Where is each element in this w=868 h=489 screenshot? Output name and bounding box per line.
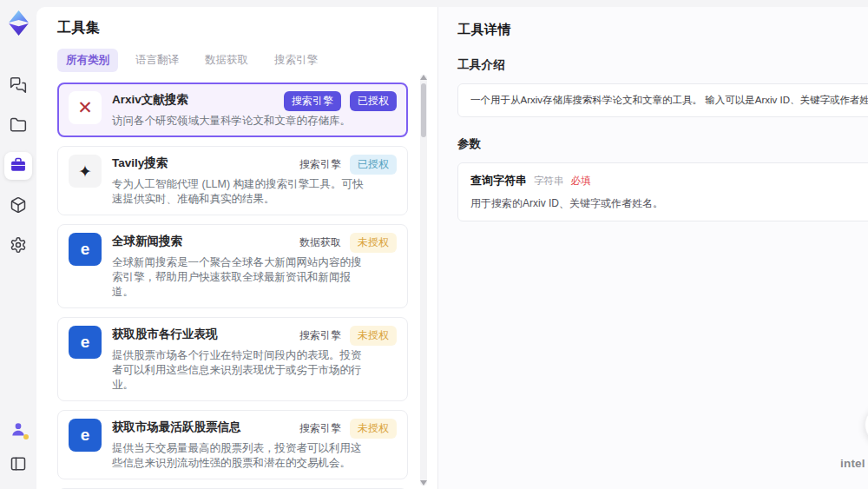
intel-logo-text: intel [840, 457, 865, 470]
tool-name: 全球新闻搜索 [112, 233, 182, 249]
tools-list-panel: 工具集 所有类别语言翻译数据获取搜索引擎 ✕ Arxiv文献搜索 搜索引擎 已授… [36, 7, 438, 489]
sidebar-item-packages[interactable] [4, 192, 32, 220]
app-logo [7, 10, 30, 36]
page-title: 工具集 [57, 19, 437, 37]
tool-card[interactable]: e 获取股市各行业表现 搜索引擎 未授权 提供股票市场各个行业在特定时间段内的表… [57, 317, 408, 401]
intel-core-logo: intelCORE Ultra [840, 456, 868, 479]
tool-name: 获取股市各行业表现 [112, 326, 218, 342]
tab-category-3[interactable]: 搜索引擎 [266, 49, 326, 72]
sidebar-nav [4, 72, 32, 260]
tool-card[interactable]: ✦ Tavily搜索 搜索引擎 已授权 专为人工智能代理 (LLM) 构建的搜索… [57, 146, 408, 215]
tool-card[interactable]: ✕ Arxiv文献搜索 搜索引擎 已授权 访问各个研究领域大量科学论文和文章的存… [57, 83, 408, 137]
sidebar-item-tools[interactable] [4, 152, 32, 180]
tool-name: Arxiv文献搜索 [112, 91, 188, 108]
tool-category-badge: 搜索引擎 [299, 155, 341, 175]
parameter-description: 用于搜索的Arxiv ID、关键字或作者姓名。 [470, 196, 868, 211]
user-avatar-button[interactable] [4, 416, 32, 444]
main-content: 工具集 所有类别语言翻译数据获取搜索引擎 ✕ Arxiv文献搜索 搜索引擎 已授… [36, 7, 868, 489]
news-logo-icon: e [69, 326, 102, 359]
parameter-item: 查询字符串 字符串 必填 用于搜索的Arxiv ID、关键字或作者姓名。 [457, 162, 868, 221]
tool-name: 获取市场最活跃股票信息 [112, 419, 241, 435]
tool-description: 专为人工智能代理 (LLM) 构建的搜索引擎工具。可快速提供实时、准确和真实的结… [112, 177, 365, 207]
tool-auth-badge: 未授权 [350, 419, 397, 439]
tavily-sparkle-icon: ✦ [69, 155, 102, 188]
app-root: 工具集 所有类别语言翻译数据获取搜索引擎 ✕ Arxiv文献搜索 搜索引擎 已授… [0, 0, 868, 489]
scrollbar[interactable] [420, 75, 427, 486]
tool-description: 访问各个研究领域大量科学论文和文章的存储库。 [112, 114, 365, 129]
tool-auth-badge: 已授权 [350, 91, 397, 111]
news-logo-icon: e [69, 419, 102, 452]
sidebar-item-settings[interactable] [4, 232, 32, 260]
scrollbar-down-arrow-icon[interactable] [420, 480, 427, 486]
tool-auth-badge: 未授权 [350, 326, 397, 346]
toolbox-icon [10, 156, 27, 176]
chat-icon [10, 76, 27, 96]
avatar-status-dot [23, 434, 29, 439]
tool-auth-badge: 未授权 [350, 233, 397, 253]
parameter-name: 查询字符串 [470, 173, 527, 188]
download-button[interactable] [865, 406, 868, 444]
folder-icon [10, 116, 27, 136]
cube-icon [10, 196, 27, 216]
details-title: 工具详情 [457, 22, 868, 38]
intro-heading: 工具介绍 [457, 57, 868, 73]
tool-category-badge: 搜索引擎 [299, 326, 341, 346]
sidebar [0, 0, 36, 489]
parameter-type: 字符串 [534, 175, 564, 188]
tool-details-panel: 工具详情 工具介绍 一个用于从Arxiv存储库搜索科学论文和文章的工具。 输入可… [438, 7, 868, 489]
tool-category-badge: 搜索引擎 [284, 91, 341, 111]
tool-name: Tavily搜索 [112, 155, 168, 171]
settings-gear-icon [10, 236, 27, 256]
tab-category-0[interactable]: 所有类别 [57, 49, 118, 72]
tool-card[interactable]: e 全球新闻搜索 数据获取 未授权 全球新闻搜索是一个聚合全球各大新闻网站内容的… [57, 224, 408, 308]
sidebar-item-chat[interactable] [4, 72, 32, 100]
sidebar-item-files[interactable] [4, 112, 32, 140]
tool-description: 全球新闻搜索是一个聚合全球各大新闻网站内容的搜索引擎，帮助用户快速获取全球最新资… [112, 255, 365, 300]
scrollbar-up-arrow-icon[interactable] [420, 75, 427, 80]
tools-list: ✕ Arxiv文献搜索 搜索引擎 已授权 访问各个研究领域大量科学论文和文章的存… [57, 83, 437, 489]
category-tabs: 所有类别语言翻译数据获取搜索引擎 [57, 49, 437, 72]
arxiv-x-icon: ✕ [69, 91, 102, 124]
ultra-logo-text: Ultra [840, 472, 868, 479]
tool-description: 提供当天交易量最高的股票列表，投资者可以利用这些信息来识别流动性强的股票和潜在的… [112, 441, 365, 471]
params-heading: 参数 [457, 136, 868, 152]
tool-auth-badge: 已授权 [350, 155, 397, 175]
panel-toggle-button[interactable] [4, 451, 32, 479]
tab-category-2[interactable]: 数据获取 [196, 49, 257, 72]
tool-category-badge: 搜索引擎 [299, 419, 341, 439]
tool-intro-text: 一个用于从Arxiv存储库搜索科学论文和文章的工具。 输入可以是Arxiv ID… [470, 94, 868, 107]
news-logo-icon: e [69, 233, 102, 266]
tool-description: 提供股票市场各个行业在特定时间段内的表现。投资者可以利用这些信息来识别表现优于或… [112, 348, 365, 393]
panel-toggle-icon [10, 455, 27, 475]
tab-category-1[interactable]: 语言翻译 [127, 49, 187, 72]
sidebar-bottom [4, 416, 32, 479]
tool-category-badge: 数据获取 [299, 233, 341, 253]
parameter-required-badge: 必填 [571, 175, 591, 188]
scrollbar-thumb[interactable] [421, 83, 426, 137]
tool-card[interactable]: e 获取市场最活跃股票信息 搜索引擎 未授权 提供当天交易量最高的股票列表，投资… [57, 410, 408, 479]
